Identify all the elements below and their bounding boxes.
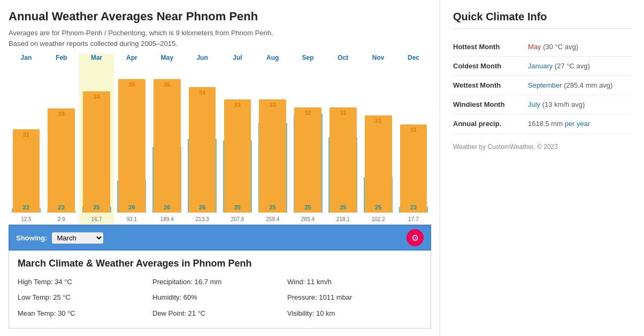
quick-climate-panel: Quick Climate Info Hottest MonthMay (30 … xyxy=(440,0,644,336)
climate-row: Coldest MonthJanuary (27 °C avg) xyxy=(453,57,631,76)
month-col-jul: Jul3325207.8 xyxy=(220,54,255,224)
climate-row-label: Hottest Month xyxy=(453,37,528,57)
showing-label: Showing: xyxy=(16,234,48,242)
detail-label: Humidity: 60% xyxy=(152,291,287,303)
climate-row: Windiest MonthJuly (13 km/h avg) xyxy=(453,95,631,114)
detail-box: March Climate & Weather Averages in Phno… xyxy=(9,251,431,329)
climate-row-label: Annual precip. xyxy=(453,114,528,134)
month-col-jan: Jan312212.5 xyxy=(9,54,44,224)
climate-row-value: 1618.5 mm per year xyxy=(528,114,631,134)
detail-grid: High Temp: 34 °CPrecipitation: 16.7 mmWi… xyxy=(18,276,422,319)
climate-row-label: Coldest Month xyxy=(453,57,528,76)
detail-title: March Climate & Weather Averages in Phno… xyxy=(18,258,422,269)
month-col-nov: Nov3125102.2 xyxy=(361,54,396,224)
month-col-may: May3526189.4 xyxy=(149,54,185,224)
detail-label: Pressure: 1011 mbar xyxy=(287,291,422,303)
detail-label: Low Temp: 25 °C xyxy=(18,291,152,303)
page-title: Annual Weather Averages Near Phnom Penh xyxy=(9,10,431,24)
climate-row-value: September (285.4 mm avg) xyxy=(528,76,631,95)
quick-climate-title: Quick Climate Info xyxy=(453,11,631,29)
climate-row-label: Windiest Month xyxy=(453,95,528,114)
month-col-dec: Dec312317.7 xyxy=(396,54,431,224)
detail-label: Precipitation: 16.7 mm xyxy=(152,276,287,288)
weather-chart: Jan312212.5Feb33232.9Mar342516.7Apr35269… xyxy=(9,54,431,225)
climate-row-value: January (27 °C avg) xyxy=(528,57,631,76)
climate-table: Hottest MonthMay (30 °C avg)Coldest Mont… xyxy=(453,37,631,134)
weather-credit: Weather by CustomWeather, © 2023 xyxy=(453,143,631,151)
month-col-aug: Aug3325259.4 xyxy=(255,54,290,224)
month-col-mar: Mar342516.7 xyxy=(79,54,114,224)
climate-month-link[interactable]: September xyxy=(528,81,562,89)
detail-label: Mean Temp: 30 °C xyxy=(18,307,152,319)
detail-label: Dew Point: 21 °C xyxy=(152,307,287,319)
settings-button[interactable]: ⚙ xyxy=(407,229,424,246)
climate-row: Wettest MonthSeptember (285.4 mm avg) xyxy=(453,76,631,95)
subtitle-line1: Averages are for Phnom-Penh / Pochentong… xyxy=(9,28,431,38)
detail-label: High Temp: 34 °C xyxy=(18,276,152,288)
subtitle-line2: Based on weather reports collected durin… xyxy=(9,38,431,49)
per-year-link[interactable]: per year xyxy=(565,120,591,128)
climate-month-link[interactable]: January xyxy=(528,62,553,70)
month-col-jun: Jun3426213.3 xyxy=(185,54,220,224)
month-col-sep: Sep3225285.4 xyxy=(290,54,326,224)
climate-row-value: July (13 km/h avg) xyxy=(528,95,631,114)
climate-row-value: May (30 °C avg) xyxy=(528,37,631,57)
showing-bar: Showing: JanuaryFebruaryMarchAprilMayJun… xyxy=(9,225,431,251)
climate-row: Hottest MonthMay (30 °C avg) xyxy=(453,37,631,57)
climate-row-label: Wettest Month xyxy=(453,76,528,95)
month-col-oct: Oct3225218.1 xyxy=(325,54,361,224)
climate-month-link[interactable]: July xyxy=(528,100,540,108)
climate-month-link[interactable]: May xyxy=(528,43,541,51)
climate-row: Annual precip.1618.5 mm per year xyxy=(453,114,631,134)
detail-label: Wind: 11 km/h xyxy=(287,276,422,288)
detail-label: Visibility: 10 km xyxy=(287,307,422,319)
month-select[interactable]: JanuaryFebruaryMarchAprilMayJuneJulyAugu… xyxy=(52,232,103,244)
month-col-apr: Apr352693.1 xyxy=(114,54,149,224)
month-col-feb: Feb33232.9 xyxy=(44,54,79,224)
